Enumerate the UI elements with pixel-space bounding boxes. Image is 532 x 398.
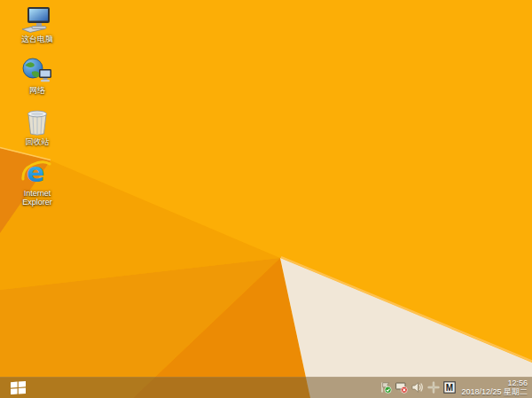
desktop-icon-internet-explorer[interactable]: e Internet Explorer (5, 158, 69, 209)
taskbar: M 12:56 2018/12/25 星期二 (0, 377, 532, 398)
recycle-bin-icon (5, 106, 69, 137)
volume-icon[interactable] (411, 381, 424, 394)
start-button[interactable] (5, 377, 30, 398)
desktop-icon-network[interactable]: 网络 (5, 55, 69, 106)
action-center-icon[interactable] (379, 381, 392, 394)
windows-logo-icon (10, 380, 27, 394)
wallpaper-image (0, 0, 532, 398)
this-pc-label: 这台电脑 (12, 35, 63, 43)
recycle-bin-label: 回收站 (12, 137, 63, 146)
input-method-letter: M (446, 383, 453, 393)
clock-time: 12:56 (461, 378, 528, 387)
this-pc-icon (5, 4, 69, 34)
safely-remove-hardware-icon[interactable] (426, 381, 440, 394)
desktop-icon-recycle-bin[interactable]: 回收站 (5, 106, 69, 158)
desktop: 这台电脑 网 (0, 0, 532, 398)
internet-explorer-icon: e (5, 158, 69, 188)
network-icon (5, 55, 69, 85)
clock-date: 2018/12/25 星期二 (461, 387, 528, 396)
desktop-icon-this-pc[interactable]: 这台电脑 (5, 4, 69, 55)
taskbar-clock[interactable]: 12:56 2018/12/25 星期二 (461, 378, 528, 396)
input-method-icon[interactable]: M (442, 381, 456, 394)
network-status-icon[interactable] (395, 381, 408, 394)
internet-explorer-label: Internet Explorer (12, 189, 63, 207)
system-tray: M 12:56 2018/12/25 星期二 (379, 377, 530, 398)
network-label: 网络 (12, 86, 63, 95)
